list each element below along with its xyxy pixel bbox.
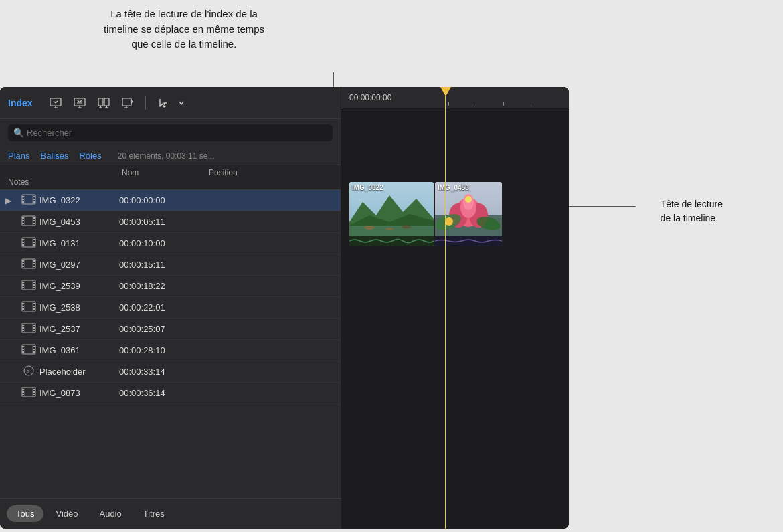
- row-position: 00:00:36:14: [119, 388, 206, 398]
- ruler-ticks: [448, 102, 531, 106]
- svg-rect-7: [98, 98, 103, 106]
- row-position: 00:00:00:00: [119, 195, 206, 205]
- svg-rect-102: [349, 226, 434, 236]
- table-row[interactable]: IMG_253700:00:25:07: [0, 319, 341, 340]
- svg-rect-37: [22, 244, 24, 246]
- index-label: Index: [8, 98, 33, 108]
- row-name-text: IMG_2537: [39, 324, 80, 334]
- row-position: 00:00:10:00: [119, 238, 206, 248]
- row-name: IMG_0361: [21, 344, 119, 357]
- row-position: 00:00:28:10: [119, 345, 206, 355]
- table-row[interactable]: ▶ IMG_032200:00:00:00: [0, 190, 341, 211]
- table-row[interactable]: IMG_253800:00:22:01: [0, 297, 341, 319]
- svg-text:2: 2: [27, 369, 30, 375]
- bottom-filter-bar: TousVidéoAudioTitres: [0, 498, 341, 529]
- arrow-dropdown-icon[interactable]: [178, 94, 185, 112]
- filter-btn-vidéo[interactable]: Vidéo: [46, 505, 87, 522]
- svg-rect-83: [33, 346, 35, 347]
- table-row[interactable]: IMG_087300:00:36:14: [0, 383, 341, 404]
- table-row[interactable]: IMG_253900:00:18:22: [0, 276, 341, 297]
- placeholder-icon: 2: [21, 365, 39, 378]
- search-input[interactable]: [27, 128, 326, 138]
- annotation-line1: La tête de lecture de l'index de la: [110, 8, 258, 19]
- row-name: IMG_0453: [21, 215, 119, 228]
- clip-IMG_0322[interactable]: IMG_0322: [349, 182, 434, 246]
- row-name: IMG_0873: [21, 387, 119, 400]
- svg-rect-0: [50, 98, 61, 106]
- svg-rect-19: [22, 201, 24, 203]
- svg-rect-8: [104, 98, 109, 106]
- svg-rect-21: [33, 199, 35, 200]
- clip-label-322: IMG_0322: [352, 184, 383, 191]
- film-icon: [21, 301, 39, 314]
- svg-rect-56: [33, 282, 35, 283]
- svg-rect-72: [22, 327, 24, 329]
- row-name-text: IMG_0322: [39, 195, 80, 205]
- svg-rect-28: [22, 223, 24, 224]
- table-row[interactable]: IMG_013100:00:10:00: [0, 233, 341, 254]
- svg-point-104: [385, 228, 394, 230]
- tab-roles[interactable]: Rôles: [79, 151, 101, 161]
- row-position: 00:00:15:11: [119, 260, 206, 270]
- toolbar-separator: [145, 96, 146, 110]
- annotation-line3: que celle de la timeline.: [132, 38, 237, 50]
- svg-rect-20: [33, 196, 35, 197]
- tab-balises[interactable]: Balises: [41, 151, 69, 161]
- ruler-tick-2: [476, 102, 476, 106]
- monitor-split-icon[interactable]: [94, 94, 113, 112]
- svg-rect-13: [122, 98, 131, 106]
- search-input-wrapper[interactable]: 🔍: [8, 124, 333, 141]
- row-name: IMG_0297: [21, 258, 119, 271]
- svg-rect-92: [22, 391, 24, 393]
- tab-plans[interactable]: Plans: [8, 151, 30, 161]
- row-name-text: IMG_0873: [39, 388, 80, 398]
- tabs-row: Plans Balises Rôles 20 éléments, 00:03:1…: [0, 147, 341, 165]
- svg-rect-64: [22, 308, 24, 310]
- svg-rect-54: [22, 284, 24, 286]
- svg-rect-84: [33, 349, 35, 350]
- monitor-down-icon[interactable]: [70, 94, 89, 112]
- monitor-import-icon[interactable]: [46, 94, 65, 112]
- annotation-right-line1: Tête de lecture: [661, 199, 723, 209]
- row-position: 00:00:05:11: [119, 217, 206, 227]
- filter-btn-titres[interactable]: Titres: [134, 505, 174, 522]
- svg-rect-74: [33, 325, 35, 326]
- row-name: IMG_0131: [21, 237, 119, 250]
- film-icon: [21, 344, 39, 357]
- clip-audio-322: [349, 236, 434, 246]
- filter-btn-tous[interactable]: Tous: [7, 505, 44, 522]
- arrow-select-icon[interactable]: [154, 94, 173, 112]
- table-row[interactable]: IMG_036100:00:28:10: [0, 340, 341, 361]
- svg-rect-71: [22, 325, 24, 326]
- table-row[interactable]: 2 Placeholder00:00:33:14: [0, 361, 341, 383]
- svg-rect-58: [33, 287, 35, 288]
- annotation-right: Tête de lecture de la timeline: [661, 197, 723, 226]
- svg-rect-73: [22, 330, 24, 331]
- annotation-right-line2: de la timeline: [661, 213, 716, 224]
- playhead-marker[interactable]: [440, 87, 451, 96]
- svg-rect-65: [33, 303, 35, 304]
- film-icon: [21, 215, 39, 228]
- row-position: 00:00:18:22: [119, 281, 206, 291]
- svg-point-105: [402, 226, 411, 229]
- row-name-text: Placeholder: [39, 367, 86, 377]
- table-row[interactable]: IMG_029700:00:15:11: [0, 254, 341, 276]
- svg-rect-96: [33, 394, 35, 395]
- monitor-dropdown-icon[interactable]: [118, 94, 137, 112]
- search-icon: 🔍: [13, 128, 24, 138]
- svg-rect-55: [22, 287, 24, 288]
- svg-rect-22: [33, 201, 35, 203]
- search-bar: 🔍: [0, 119, 341, 147]
- left-panel: Index: [0, 87, 341, 529]
- svg-rect-82: [22, 351, 24, 353]
- svg-rect-48: [33, 263, 35, 264]
- clip-IMG_0453[interactable]: IMG_0453: [435, 182, 502, 246]
- junction-dot: [445, 217, 453, 226]
- filter-btn-audio[interactable]: Audio: [90, 505, 130, 522]
- table-row[interactable]: IMG_045300:00:05:11: [0, 211, 341, 233]
- svg-rect-67: [33, 308, 35, 310]
- svg-rect-49: [33, 266, 35, 267]
- svg-rect-27: [22, 220, 24, 221]
- row-position: 00:00:33:14: [119, 367, 206, 377]
- svg-rect-39: [33, 242, 35, 243]
